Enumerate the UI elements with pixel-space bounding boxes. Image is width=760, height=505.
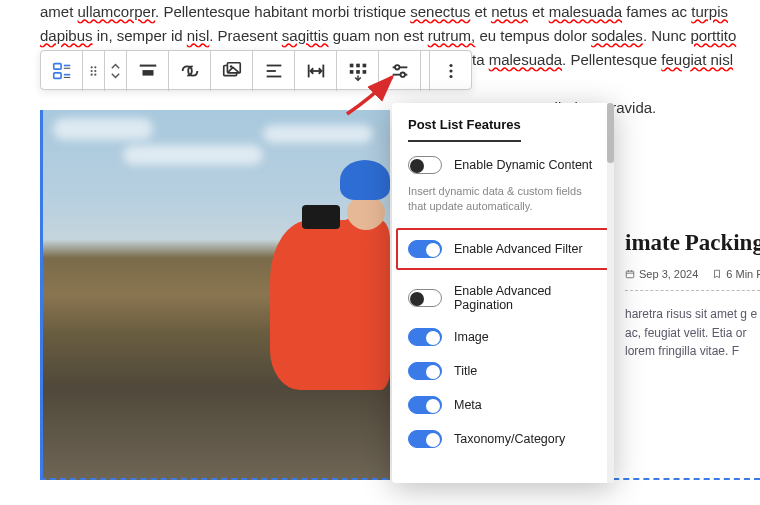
bookmark-icon — [712, 269, 722, 279]
align-button[interactable] — [127, 51, 169, 91]
post-list-features-popover: Post List Features Enable Dynamic Conten… — [392, 103, 614, 483]
popover-title: Post List Features — [408, 117, 521, 142]
svg-rect-38 — [626, 271, 634, 278]
featured-image[interactable] — [40, 110, 390, 480]
toggle-image[interactable] — [408, 328, 442, 346]
adjacent-post-card: imate Packing Sep 3, 2024 6 Min R haretr… — [625, 230, 760, 361]
svg-point-10 — [91, 74, 93, 76]
calendar-icon — [625, 269, 635, 279]
svg-rect-24 — [349, 64, 353, 68]
svg-rect-27 — [349, 70, 353, 74]
post-title[interactable]: imate Packing — [625, 230, 760, 256]
link-loop-button[interactable] — [169, 51, 211, 91]
move-handle[interactable] — [83, 51, 105, 91]
svg-rect-26 — [362, 64, 366, 68]
post-date: Sep 3, 2024 — [625, 268, 698, 280]
svg-rect-25 — [356, 64, 360, 68]
toggle-advanced-pagination[interactable] — [408, 289, 442, 307]
svg-point-9 — [94, 70, 96, 72]
label-meta: Meta — [454, 398, 482, 412]
svg-rect-28 — [356, 70, 360, 74]
toggle-taxonomy[interactable] — [408, 430, 442, 448]
svg-point-34 — [400, 72, 404, 76]
popover-scrollbar[interactable] — [607, 103, 614, 483]
svg-rect-13 — [142, 70, 153, 76]
label-advanced-filter: Enable Advanced Filter — [454, 242, 583, 256]
move-updown-button[interactable] — [105, 51, 127, 91]
settings-sliders-button[interactable] — [379, 51, 421, 91]
svg-rect-12 — [139, 65, 156, 67]
svg-rect-29 — [362, 70, 366, 74]
post-readtime: 6 Min R — [712, 268, 760, 280]
svg-point-6 — [91, 66, 93, 68]
post-meta: Sep 3, 2024 6 Min R — [625, 268, 760, 291]
toggle-dynamic-content[interactable] — [408, 156, 442, 174]
text-align-button[interactable] — [253, 51, 295, 91]
block-toolbar — [40, 50, 472, 90]
label-dynamic-content: Enable Dynamic Content — [454, 158, 592, 172]
block-type-button[interactable] — [41, 51, 83, 91]
svg-point-35 — [449, 64, 452, 67]
toggle-advanced-filter[interactable] — [408, 240, 442, 258]
svg-point-8 — [91, 70, 93, 72]
label-taxonomy: Taxonomy/Category — [454, 432, 565, 446]
label-title: Title — [454, 364, 477, 378]
columns-button[interactable] — [337, 51, 379, 91]
svg-rect-1 — [53, 73, 60, 79]
highlighted-option: Enable Advanced Filter — [396, 228, 610, 270]
label-advanced-pagination: Enable Advanced Pagination — [454, 284, 598, 312]
svg-point-7 — [94, 66, 96, 68]
svg-point-36 — [449, 69, 452, 72]
image-button[interactable] — [211, 51, 253, 91]
toggle-meta[interactable] — [408, 396, 442, 414]
svg-point-32 — [395, 65, 399, 69]
toggle-title[interactable] — [408, 362, 442, 380]
svg-rect-0 — [53, 64, 60, 69]
post-excerpt: haretra risus sit amet g e ac, feugiat v… — [625, 305, 760, 361]
label-image: Image — [454, 330, 489, 344]
svg-point-37 — [449, 75, 452, 78]
hint-dynamic-content: Insert dynamic data & custom fields that… — [408, 184, 598, 214]
width-button[interactable] — [295, 51, 337, 91]
more-options-button[interactable] — [429, 51, 471, 91]
svg-point-11 — [94, 74, 96, 76]
